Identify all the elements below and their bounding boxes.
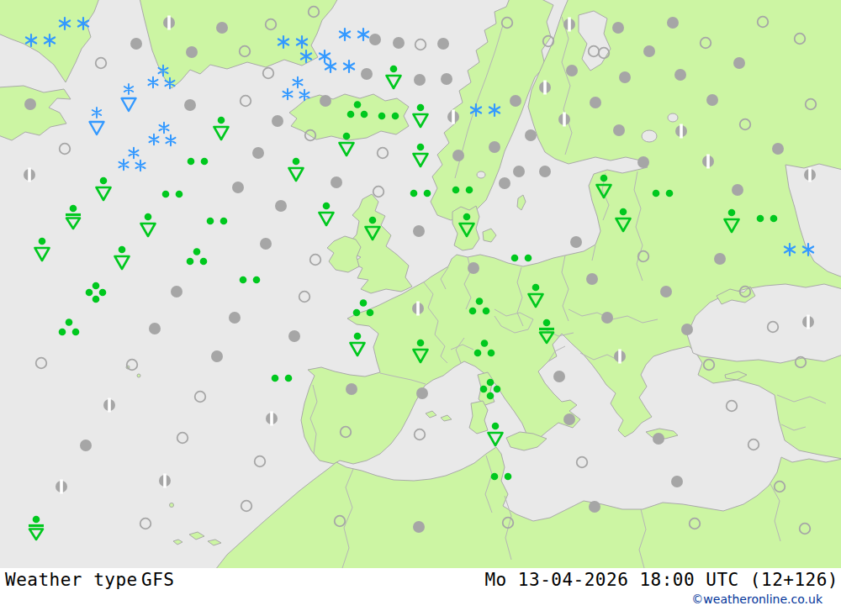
overcast-icon — [539, 166, 551, 177]
clear-sky-icon — [241, 501, 252, 512]
overcast-icon — [441, 73, 452, 85]
drizzle-icon — [653, 190, 674, 197]
overcast-icon — [643, 45, 655, 57]
clear-sky-icon — [341, 427, 352, 438]
clear-sky-icon — [775, 482, 785, 492]
clear-sky-icon — [740, 119, 751, 130]
rain-shower-icon — [97, 177, 111, 200]
heavy-rain-shower-icon — [66, 205, 81, 229]
clear-sky-icon — [599, 48, 610, 59]
rain-icon — [59, 319, 80, 335]
clear-sky-icon — [378, 148, 389, 159]
rain-shower-icon — [597, 175, 611, 197]
partly-cloudy-icon — [56, 480, 67, 494]
rain-shower-icon — [387, 66, 401, 88]
drizzle-icon — [272, 375, 293, 382]
overcast-icon — [499, 177, 510, 189]
overcast-icon — [211, 350, 223, 362]
drizzle-icon — [188, 158, 209, 166]
overcast-icon — [510, 95, 521, 107]
rain-shower-icon — [340, 133, 354, 155]
clear-sky-icon — [127, 360, 138, 371]
clear-sky-icon — [796, 357, 807, 368]
drizzle-icon — [452, 187, 473, 194]
overcast-icon — [414, 74, 426, 86]
overcast-icon — [714, 253, 726, 265]
clear-sky-icon — [704, 360, 715, 371]
overcast-icon — [320, 95, 331, 107]
rain-shower-icon — [725, 209, 739, 232]
overcast-icon — [413, 521, 425, 533]
overcast-icon — [413, 225, 425, 237]
clear-sky-icon — [768, 322, 779, 333]
clear-sky-icon — [310, 255, 321, 266]
overcast-icon — [732, 184, 743, 196]
overcast-icon — [361, 68, 373, 80]
overcast-icon — [660, 286, 672, 297]
snow-heavy-icon — [149, 66, 175, 89]
rain-shower-icon — [414, 340, 428, 362]
partly-cloudy-icon — [614, 350, 626, 364]
snow-heavy-icon — [283, 77, 309, 101]
overcast-icon — [681, 324, 693, 335]
clear-sky-icon — [241, 96, 251, 107]
overcast-icon — [613, 124, 625, 136]
overcast-icon — [674, 69, 686, 81]
overcast-icon — [437, 38, 449, 50]
overcast-icon — [590, 97, 601, 108]
overcast-icon — [171, 286, 182, 297]
clear-sky-icon — [255, 456, 266, 467]
rain-shower-icon — [141, 213, 156, 236]
clear-sky-icon — [543, 36, 554, 47]
overcast-icon — [637, 156, 649, 168]
overcast-icon — [671, 476, 683, 487]
map-area — [0, 0, 841, 568]
rain-shower-icon — [414, 104, 428, 127]
snow-moderate-icon — [26, 34, 55, 46]
copyright-link[interactable]: ©weatheronline.co.uk — [691, 592, 822, 606]
clear-sky-icon — [690, 519, 701, 529]
overcast-icon — [288, 330, 300, 342]
partly-cloudy-icon — [266, 412, 278, 426]
drizzle-icon — [162, 191, 183, 198]
clear-sky-icon — [36, 358, 47, 369]
partly-cloudy-icon — [412, 302, 424, 316]
drizzle-icon — [511, 255, 532, 262]
overcast-icon — [525, 129, 537, 141]
snow-shower-icon — [122, 84, 136, 111]
rain-icon — [347, 101, 368, 118]
overcast-icon — [229, 312, 241, 324]
snow-moderate-icon — [471, 104, 500, 116]
snow-heavy-icon — [119, 148, 145, 171]
overcast-icon — [260, 238, 272, 250]
clear-sky-icon — [589, 46, 600, 57]
partly-cloudy-icon — [24, 168, 35, 182]
partly-cloudy-icon — [103, 398, 115, 413]
rain-shower-icon — [616, 208, 631, 231]
partly-cloudy-icon — [702, 155, 714, 169]
clear-sky-icon — [758, 17, 769, 28]
clear-sky-icon — [177, 433, 188, 444]
clear-sky-icon — [195, 392, 206, 403]
overcast-icon — [232, 182, 244, 193]
overcast-icon — [619, 71, 631, 83]
overcast-icon — [586, 273, 598, 285]
drizzle-icon — [491, 473, 512, 481]
partly-cloudy-icon — [802, 315, 814, 329]
overcast-icon — [275, 200, 287, 212]
clear-sky-icon — [335, 516, 346, 527]
clear-sky-icon — [503, 518, 514, 529]
overcast-icon — [369, 34, 381, 45]
snow-moderate-icon — [325, 61, 354, 72]
overcast-icon — [416, 387, 428, 399]
overcast-icon — [513, 166, 525, 177]
overcast-icon — [706, 94, 718, 106]
partly-cloudy-icon — [675, 124, 687, 139]
rain-icon — [187, 248, 208, 265]
clear-sky-icon — [299, 292, 310, 303]
clear-sky-icon — [740, 287, 751, 297]
overcast-icon — [149, 323, 161, 334]
clear-sky-icon — [727, 401, 738, 412]
overcast-icon — [252, 147, 264, 159]
forecast-timestamp: Mo 13-04-2026 18:00 UTC (12+126) — [484, 570, 838, 590]
